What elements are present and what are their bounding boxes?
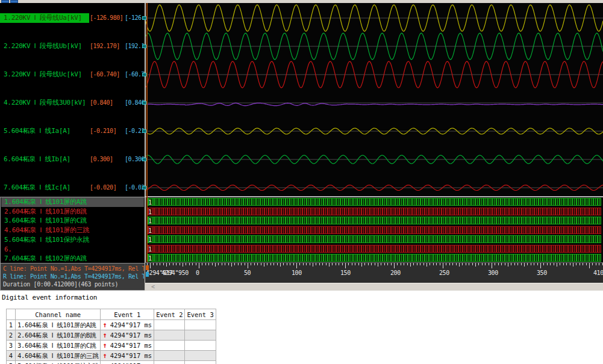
event-table-row[interactable]: 33.604柘泉 Ⅰ 线101屏的C跳↑4294"917 ms (7, 341, 216, 351)
c-cursor-status-text: C line: Point No.=1,Abs T=4294917ms, Rel… (3, 265, 144, 272)
r-cursor-flag-icon[interactable] (146, 272, 149, 277)
axis-tick (277, 263, 278, 265)
digital-waveform-canvas[interactable]: 1111111 (146, 197, 603, 262)
axis-tick (352, 263, 352, 265)
axis-label: 350 (537, 270, 547, 276)
axis-tick (472, 263, 473, 265)
event3-cell (185, 341, 216, 351)
digital-channel-row[interactable]: 4.604柘泉 Ⅰ 线101屏的三跳 (1, 226, 144, 235)
event1-time: 4294"917 ms (110, 342, 152, 349)
axis-tick (527, 263, 528, 265)
axis-tick (514, 263, 515, 265)
analog-channel-label[interactable]: 2.220KV Ⅰ 段母线Ub[kV] (0, 42, 89, 51)
axis-tick (310, 263, 310, 265)
digital-state-bar[interactable]: 1 (148, 245, 601, 253)
axis-tick (452, 263, 453, 265)
waveform-trace (146, 103, 603, 105)
digital-channel-row[interactable]: 1.604柘泉 Ⅰ 线101屏的A跳 (1, 197, 144, 207)
axis-tick (169, 263, 170, 265)
axis-tick (173, 263, 173, 265)
digital-channel-row[interactable]: 6. (1, 245, 144, 254)
analog-channel-row[interactable]: 1.220KV Ⅰ 段母线Ua[kV][-126.980][-126.980] (0, 13, 145, 23)
analog-channel-row[interactable]: 2.220KV Ⅰ 段母线Ub[kV][192.170][192.170] (0, 42, 145, 51)
axis-tick (316, 263, 316, 265)
digital-state-value: 1 (148, 208, 152, 216)
axis-tick (462, 263, 463, 265)
digital-state-bar[interactable]: 1 (148, 198, 601, 206)
analog-channel-row[interactable]: 4.220KV Ⅰ 段母线3U0[kV][0.840][0.840] (0, 98, 145, 108)
event1-cell: ↑4294"917 ms (101, 320, 154, 330)
digital-channel-row[interactable]: 7.604柘泉 Ⅰ 线102屏的A跳 (1, 254, 144, 264)
axis-tick (313, 263, 313, 267)
axis-tick (245, 263, 245, 265)
axis-tick (215, 263, 216, 267)
axis-tick (492, 263, 492, 268)
axis-tick (570, 263, 570, 265)
analog-channel-label[interactable]: 6.604柘泉 Ⅰ 线Ib[A] (0, 155, 89, 164)
digital-state-value: 1 (148, 199, 152, 206)
axis-tick (592, 263, 593, 265)
axis-tick (293, 263, 294, 265)
scroll-left-arrow-icon[interactable]: < (151, 283, 155, 291)
c-cursor-value: [-0.210] (90, 126, 116, 136)
analog-channel-label[interactable]: 5.604柘泉 Ⅰ 线Ia[A] (0, 126, 89, 136)
axis-tick (157, 263, 157, 265)
axis-tick (426, 263, 427, 267)
analog-channel-row[interactable]: 5.604柘泉 Ⅰ 线Ia[A][-0.210][-0.210] (0, 126, 145, 136)
axis-tick (505, 263, 505, 265)
event-table-row[interactable]: 44.604柘泉 Ⅰ 线101屏的三跳↑4294"917 ms (7, 351, 216, 361)
axis-tick (296, 263, 297, 268)
digital-state-bar[interactable]: 1 (148, 208, 601, 215)
axis-tick (381, 263, 381, 265)
horizontal-scrollbar[interactable]: < (145, 283, 603, 291)
axis-tick (423, 263, 424, 265)
event-table-header-row: Channel name Event 1 Event 2 Event 3 (7, 309, 216, 320)
digital-state-bar[interactable]: 1 (148, 254, 601, 262)
digital-channel-row[interactable]: 5.604柘泉 Ⅰ 线101保护永跳 (1, 235, 144, 245)
analog-waveform-canvas[interactable] (146, 3, 603, 196)
c-cursor-flag-icon[interactable] (146, 265, 149, 270)
col-header-num (7, 309, 16, 320)
analog-channel-label[interactable]: 3.220KV Ⅰ 段母线Uc[kV] (0, 70, 89, 79)
axis-tick (299, 263, 300, 265)
event1-cell: ↑4294"917 ms (101, 351, 154, 361)
digital-state-bar[interactable]: 1 (148, 235, 601, 243)
axis-tick (371, 263, 372, 265)
channel-zero-marker-icon (142, 45, 146, 48)
time-cursor-line[interactable] (146, 3, 148, 262)
analog-channel-label[interactable]: 4.220KV Ⅰ 段母线3U0[kV] (0, 98, 89, 108)
axis-label: 300 (488, 270, 498, 276)
analog-channel-row[interactable]: 7.604柘泉 Ⅰ 线Ic[A][-0.020][-0.020] (0, 183, 145, 193)
axis-tick (573, 263, 573, 267)
analog-channel-label[interactable]: 1.220KV Ⅰ 段母线Ua[kV] (0, 13, 89, 23)
event1-time: 4294"917 ms (110, 332, 152, 339)
axis-tick (322, 263, 323, 265)
analog-channel-row[interactable]: 3.220KV Ⅰ 段母线Uc[kV][-60.740][-60.740] (0, 70, 145, 79)
axis-tick (547, 263, 548, 265)
digital-channel-row[interactable]: 2.604柘泉 Ⅰ 线101屏的B跳 (1, 207, 144, 217)
axis-label: 410 (593, 270, 603, 276)
digital-state-bar[interactable]: 1 (148, 226, 601, 234)
axis-tick (482, 263, 483, 265)
analog-channel-row[interactable]: 6.604柘泉 Ⅰ 线Ib[A][0.300][0.300] (0, 155, 145, 164)
c-cursor-value: [-126.980] (90, 13, 123, 23)
digital-channel-row[interactable]: 3.604柘泉 Ⅰ 线101屏的C跳 (1, 216, 144, 226)
axis-tick (404, 263, 404, 265)
axis-tick (332, 263, 333, 265)
axis-label: 200 (390, 270, 401, 276)
event-table-row[interactable]: 11.604柘泉 Ⅰ 线101屏的A跳↑4294"917 ms (7, 320, 216, 330)
digital-state-bar[interactable]: 1 (148, 217, 601, 224)
event-table-row[interactable]: 22.604柘泉 Ⅰ 线101屏的B跳↑4294"917 ms (7, 330, 216, 341)
axis-tick (420, 263, 420, 265)
col-header-name: Channel name (16, 309, 101, 320)
axis-tick (550, 263, 551, 265)
event-table-row[interactable]: 55.604柘泉 Ⅰ 线101保护永跳↑4294"917 ms (7, 361, 216, 364)
digital-state-value: 1 (148, 254, 152, 262)
digital-state-value: 1 (148, 236, 152, 244)
axis-tick (449, 263, 450, 265)
axis-tick (234, 263, 235, 265)
axis-tick (401, 263, 401, 265)
analog-channel-label[interactable]: 7.604柘泉 Ⅰ 线Ic[A] (0, 183, 89, 193)
event1-cell: ↑4294"917 ms (101, 330, 154, 341)
time-axis-ruler[interactable]: 4294"9174294"950050100150200250300350410 (145, 262, 603, 283)
